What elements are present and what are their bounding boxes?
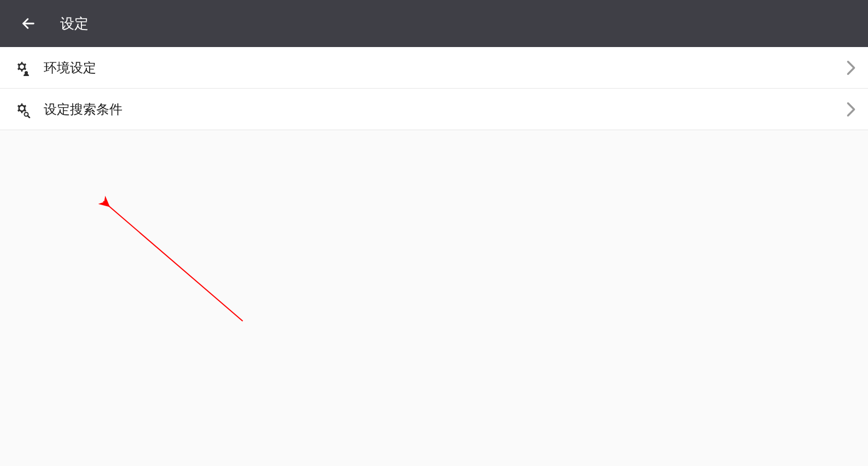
list-item-label: 设定搜索条件 (44, 101, 846, 118)
gear-search-icon (12, 100, 32, 119)
list-item-environment-settings[interactable]: 环境设定 (0, 47, 868, 89)
svg-line-3 (28, 115, 30, 118)
header-bar: 设定 (0, 0, 868, 47)
page-title: 设定 (60, 14, 89, 33)
back-button[interactable] (16, 11, 40, 36)
chevron-right-icon (846, 60, 856, 75)
back-arrow-icon (21, 16, 36, 31)
gear-person-icon (12, 58, 32, 78)
list-item-search-conditions[interactable]: 设定搜索条件 (0, 89, 868, 130)
settings-list: 环境设定 设定搜索条件 (0, 47, 868, 130)
svg-line-5 (103, 201, 243, 321)
list-item-label: 环境设定 (44, 59, 846, 77)
chevron-right-icon (846, 102, 856, 117)
